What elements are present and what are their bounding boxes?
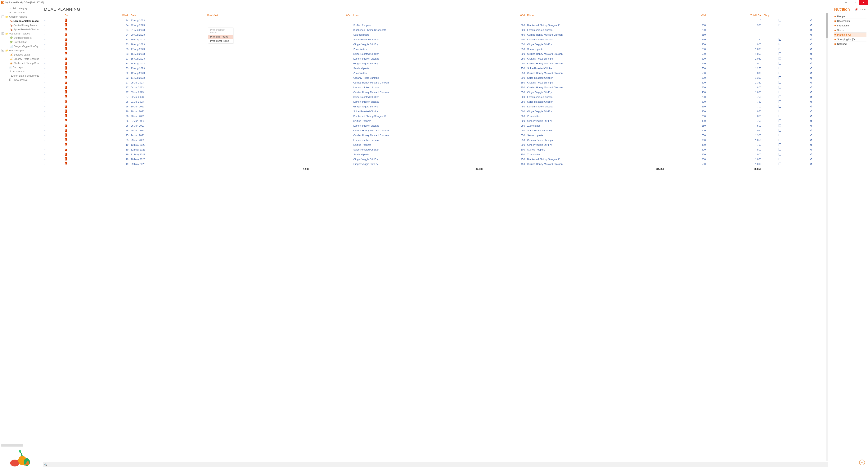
table-row[interactable]: ⋯3313 Aug 2023Seafood pasta750Spice-Roas… (43, 66, 825, 71)
row-menu-button[interactable]: ⋯ (44, 81, 46, 84)
recycle-icon[interactable]: ↺ (810, 124, 812, 127)
context-menu-item[interactable]: Print dinner recipe (208, 39, 233, 43)
recycle-icon[interactable]: ↺ (810, 162, 812, 166)
table-row[interactable]: ⋯3212 Aug 2023Zucchilattas250Curried Hon… (43, 71, 825, 75)
recycle-icon[interactable]: ↺ (810, 158, 812, 161)
row-menu-button[interactable]: ⋯ (44, 100, 46, 103)
tree-twisty-icon[interactable]: − (2, 15, 4, 18)
col-lunch[interactable]: Lunch (352, 13, 484, 18)
shop-checkbox[interactable] (779, 53, 781, 55)
col-dinner[interactable]: Dinner (526, 13, 665, 18)
table-row[interactable]: ⋯3421 Aug 2023Blackened Shrimp Stroganof… (43, 28, 825, 32)
document-icon[interactable] (65, 124, 67, 127)
minimize-button[interactable]: — (842, 0, 850, 5)
row-menu-button[interactable]: ⋯ (44, 115, 46, 118)
right-nav-item[interactable]: Documents (834, 19, 866, 23)
tree-item[interactable]: −📁Pasta recipes (0, 48, 39, 53)
tree-item[interactable]: 🥬Zucchilattas (0, 40, 39, 44)
row-menu-button[interactable]: ⋯ (44, 96, 46, 98)
col-week[interactable]: Week (91, 13, 130, 18)
recycle-icon[interactable]: ↺ (810, 43, 812, 46)
row-menu-button[interactable]: ⋯ (44, 48, 46, 51)
document-icon[interactable] (65, 100, 67, 103)
recycle-icon[interactable]: ↺ (810, 105, 812, 108)
shop-checkbox[interactable] (779, 153, 781, 155)
recycle-icon[interactable]: ↺ (810, 115, 812, 118)
recycle-icon[interactable]: ↺ (810, 100, 812, 103)
row-menu-button[interactable]: ⋯ (44, 72, 46, 74)
tree-item[interactable]: 🍗Lemon chicken piccata (0, 19, 39, 23)
shop-checkbox[interactable] (779, 105, 781, 107)
table-row[interactable]: ⋯2703 Jul 2023Curried Honey Mustard Chic… (43, 90, 825, 95)
recycle-icon[interactable]: ↺ (810, 134, 812, 137)
shop-checkbox[interactable] (779, 62, 781, 65)
tree-item[interactable]: 🍝Creamy Pesto Shrimps (0, 57, 39, 61)
shop-checkbox[interactable] (779, 67, 781, 69)
recycle-icon[interactable]: ↺ (810, 148, 812, 151)
shop-checkbox[interactable] (779, 48, 781, 50)
shop-checkbox[interactable] (779, 100, 781, 103)
document-icon[interactable] (65, 19, 67, 22)
shop-checkbox[interactable] (779, 115, 781, 117)
recycle-icon[interactable]: ↺ (810, 52, 812, 56)
shop-checkbox[interactable] (779, 86, 781, 89)
document-icon[interactable] (65, 23, 67, 26)
table-row[interactable]: ⋯2629 Jun 2023Spice-Roasted Chicken500Gi… (43, 109, 825, 114)
shop-checkbox[interactable] (779, 81, 781, 84)
context-menu-item[interactable]: Print lunch recipe (208, 35, 233, 39)
row-menu-button[interactable]: ⋯ (44, 62, 46, 65)
tree-item[interactable]: 🍗Curried Honey Mustard Chick (0, 23, 39, 27)
row-menu-button[interactable]: ⋯ (44, 86, 46, 89)
row-menu-button[interactable]: ⋯ (44, 43, 46, 46)
row-menu-button[interactable]: ⋯ (44, 33, 46, 36)
col-kcal-dinner[interactable]: kCal (665, 13, 707, 18)
row-menu-button[interactable]: ⋯ (44, 53, 46, 55)
tree-twisty-icon[interactable]: − (2, 49, 4, 52)
document-icon[interactable] (65, 114, 67, 117)
table-row[interactable]: ⋯2626 Jun 2023Lemon chicken piccata250Zu… (43, 123, 825, 128)
shop-checkbox[interactable] (779, 110, 781, 113)
row-menu-button[interactable]: ⋯ (44, 134, 46, 137)
recycle-icon[interactable]: ↺ (810, 28, 812, 32)
recycle-icon[interactable]: ↺ (810, 138, 812, 142)
table-row[interactable]: ⋯2628 Jun 2023Blackened Shrimp Stroganof… (43, 114, 825, 119)
table-row[interactable]: ⋯1910 May 2023Ginger Veggie Stir-Fry450B… (43, 157, 825, 162)
tree-twisty-icon[interactable]: − (2, 32, 4, 35)
shop-checkbox[interactable] (779, 43, 781, 45)
table-row[interactable]: ⋯1912 May 2023Spice-Roasted Chicken500St… (43, 147, 825, 152)
col-doc[interactable]: Doc (64, 13, 91, 18)
table-row[interactable]: ⋯3319 Aug 2023Spice-Roasted Chicken500Le… (43, 37, 825, 42)
recycle-icon[interactable]: ↺ (810, 143, 812, 147)
document-icon[interactable] (65, 42, 67, 45)
shop-checkbox[interactable] (779, 19, 781, 22)
table-row[interactable]: ⋯2625 Jun 2023Curried Honey Mustard Chic… (43, 128, 825, 133)
document-icon[interactable] (65, 138, 67, 141)
col-breakfast[interactable]: Breakfast (206, 13, 310, 18)
right-nav-item[interactable]: Steps (834, 28, 866, 33)
document-icon[interactable] (65, 86, 67, 89)
shop-checkbox[interactable] (779, 144, 781, 146)
document-icon[interactable] (65, 28, 67, 31)
right-nav-item[interactable]: Notepad (834, 42, 866, 46)
back-button[interactable]: ← (859, 460, 865, 465)
row-menu-button[interactable]: ⋯ (44, 57, 46, 60)
maximize-button[interactable]: ▭ (850, 0, 859, 5)
shop-checkbox[interactable] (779, 120, 781, 122)
row-menu-button[interactable]: ⋯ (44, 19, 46, 22)
row-menu-button[interactable]: ⋯ (44, 76, 46, 79)
recycle-icon[interactable]: ↺ (810, 110, 812, 113)
document-icon[interactable] (65, 162, 67, 165)
recycle-icon[interactable]: ↺ (810, 19, 812, 22)
row-menu-button[interactable]: ⋯ (44, 38, 46, 41)
document-icon[interactable] (65, 110, 67, 113)
document-icon[interactable] (65, 52, 67, 55)
col-shop[interactable]: Shop (763, 13, 797, 18)
tree-item[interactable]: 🗄Show archive (0, 78, 39, 82)
shop-checkbox[interactable] (779, 163, 781, 165)
recycle-icon[interactable]: ↺ (810, 67, 812, 70)
table-row[interactable]: ⋯3314 Aug 2023Ginger Veggie Stir-Fry450C… (43, 61, 825, 66)
row-menu-button[interactable]: ⋯ (44, 148, 46, 151)
table-row[interactable]: ⋯1909 May 2023Ginger Veggie Stir-Fry450C… (43, 162, 825, 166)
table-row[interactable]: ⋯3318 Aug 2023Ginger Veggie Stir-Fry450G… (43, 42, 825, 47)
row-menu-button[interactable]: ⋯ (44, 120, 46, 122)
